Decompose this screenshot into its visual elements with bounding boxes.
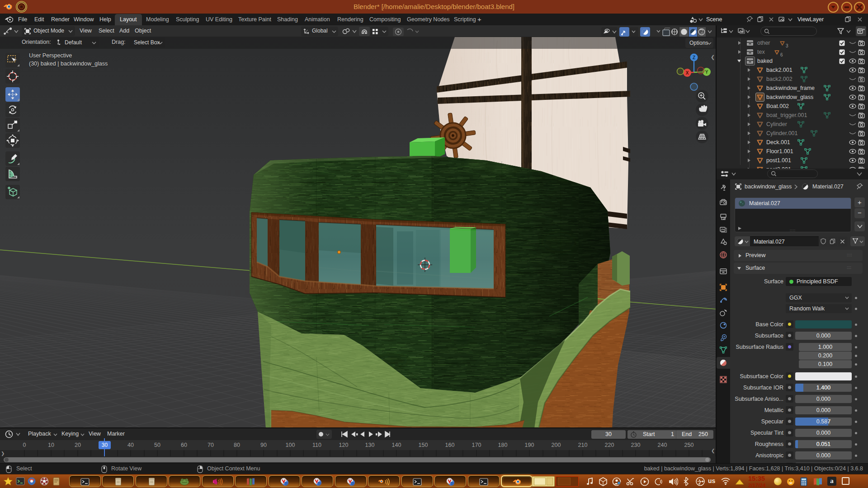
svg-text:Z: Z: [693, 55, 695, 60]
svg-text:X: X: [686, 70, 689, 75]
svg-text:Y: Y: [705, 70, 708, 75]
